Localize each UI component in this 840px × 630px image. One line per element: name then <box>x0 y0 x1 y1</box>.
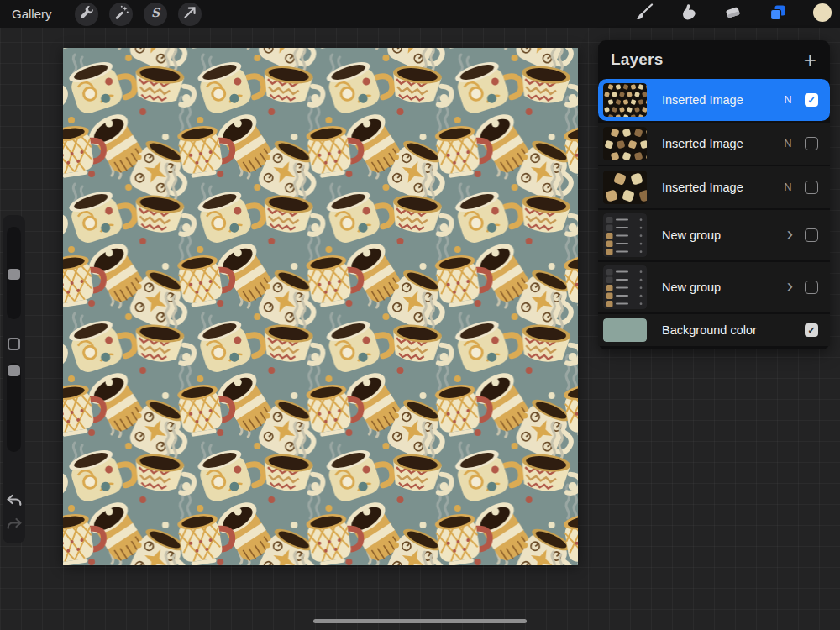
redo-button[interactable] <box>5 517 24 534</box>
layers-panel-button[interactable] <box>767 3 789 25</box>
layer-thumbnail[interactable] <box>603 318 647 342</box>
layer-row-controls: ✓ <box>805 323 818 337</box>
selection-button[interactable]: S <box>144 3 167 26</box>
layers-icon <box>767 2 789 26</box>
svg-text:S: S <box>150 6 160 19</box>
canvas-artwork <box>63 48 578 565</box>
layers-panel: Layers + Inserted ImageN✓Inserted ImageN… <box>598 40 830 349</box>
layers-panel-header: Layers + <box>598 40 830 79</box>
layer-name: New group <box>662 228 787 242</box>
brush-opacity-slider[interactable] <box>7 363 21 452</box>
brush-size-slider[interactable] <box>7 227 21 319</box>
layer-row-controls: › <box>787 228 818 242</box>
modify-button[interactable] <box>8 338 20 350</box>
chevron-right-icon[interactable]: › <box>787 281 793 292</box>
adjustments-button[interactable] <box>109 3 133 26</box>
layer-name: Inserted Image <box>662 137 783 150</box>
wrench-icon <box>77 3 96 24</box>
layer-row-controls: N <box>783 137 818 150</box>
smudge-tool-button[interactable] <box>678 3 700 25</box>
top-toolbar: Gallery S <box>0 0 840 28</box>
smudge-icon <box>678 2 700 26</box>
layer-row-controls: N <box>783 181 818 194</box>
layer-row[interactable]: Inserted ImageN <box>598 166 830 208</box>
layer-name: Inserted Image <box>662 93 783 107</box>
layer-thumbnail[interactable] <box>603 265 647 309</box>
canvas[interactable] <box>63 48 578 565</box>
layer-visibility-checkbox[interactable]: ✓ <box>805 93 818 107</box>
layer-row[interactable]: Inserted ImageN <box>598 123 830 165</box>
layer-visibility-checkbox[interactable]: ✓ <box>805 323 818 337</box>
layer-name: New group <box>662 281 787 294</box>
magic-wand-icon <box>112 3 130 24</box>
layer-thumbnail[interactable] <box>603 171 647 204</box>
blend-mode-button[interactable]: N <box>783 94 793 106</box>
brush-tool-button[interactable] <box>633 3 655 25</box>
gallery-button[interactable]: Gallery <box>12 7 52 21</box>
undo-icon <box>5 500 24 512</box>
selection-s-icon: S <box>146 3 165 24</box>
brush-size-slider-handle[interactable] <box>8 269 20 280</box>
eraser-icon <box>722 2 744 26</box>
blend-mode-button[interactable]: N <box>783 181 793 193</box>
color-button[interactable] <box>811 3 833 25</box>
layer-group-row[interactable]: New group› <box>598 262 830 312</box>
transform-button[interactable] <box>178 3 202 26</box>
brush-icon <box>633 2 655 26</box>
background-color-row[interactable]: Background color✓ <box>598 314 830 346</box>
layer-list: Inserted ImageN✓Inserted ImageNInserted … <box>598 79 830 346</box>
layer-thumbnail[interactable] <box>603 213 647 257</box>
layer-row-controls: › <box>787 281 818 294</box>
blend-mode-button[interactable]: N <box>783 138 793 150</box>
eraser-tool-button[interactable] <box>722 3 744 25</box>
layer-visibility-checkbox[interactable] <box>805 137 818 150</box>
layer-row[interactable]: Inserted ImageN✓ <box>598 79 830 121</box>
actions-button[interactable] <box>75 3 98 26</box>
add-layer-button[interactable]: + <box>802 51 818 68</box>
brush-opacity-slider-handle[interactable] <box>8 365 20 376</box>
chevron-right-icon[interactable]: › <box>787 228 793 240</box>
layer-visibility-checkbox[interactable] <box>805 281 818 294</box>
side-controls-bar <box>3 215 25 543</box>
layers-panel-title: Layers <box>611 50 663 69</box>
layer-name: Background color <box>662 323 805 337</box>
undo-button[interactable] <box>5 494 24 511</box>
layer-thumbnail[interactable] <box>603 83 647 117</box>
color-swatch-icon <box>811 2 833 26</box>
transform-arrow-icon <box>181 3 199 24</box>
layer-visibility-checkbox[interactable] <box>805 228 818 242</box>
layer-visibility-checkbox[interactable] <box>805 181 818 194</box>
layer-row-controls: N✓ <box>783 93 818 107</box>
home-indicator[interactable] <box>313 619 527 623</box>
layer-name: Inserted Image <box>662 181 783 194</box>
layer-group-row[interactable]: New group› <box>598 210 830 260</box>
layer-thumbnail[interactable] <box>603 127 647 160</box>
redo-icon <box>5 523 24 536</box>
